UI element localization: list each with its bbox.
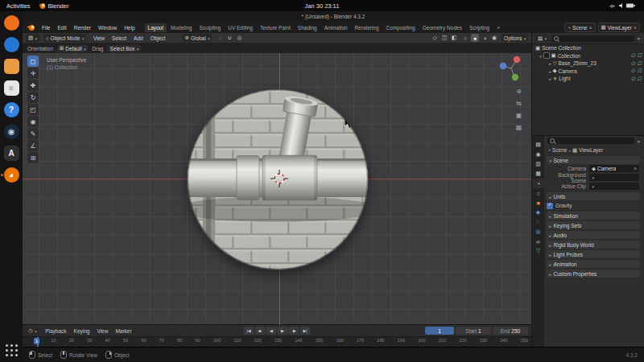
orientation-setting-dropdown[interactable]: ⊞Default [57, 45, 89, 52]
disable-in-render-icon[interactable] [637, 68, 642, 74]
outliner-row-scene-collection[interactable]: Scene Collection [532, 44, 644, 52]
workspace-tab[interactable]: Rendering [352, 23, 382, 32]
show-gizmo-icon[interactable]: ◇ [431, 34, 439, 42]
current-frame-field[interactable]: 1 [425, 327, 454, 335]
menubar-menu-item[interactable]: Render [71, 24, 94, 31]
dock-icon-blender[interactable]: ◕ [3, 167, 20, 183]
editor-type-button[interactable] [26, 34, 39, 42]
menubar-menu-item[interactable]: Window [95, 24, 120, 31]
mode-dropdown[interactable]: Object Mode [43, 34, 86, 42]
properties-tab-particles[interactable]: ∴ [532, 217, 544, 227]
workspace-tab[interactable]: Shading [295, 23, 320, 32]
window-titlebar[interactable]: * (Unsaved) - Blender 4.3.2 [23, 11, 644, 22]
viewlayer-selector[interactable]: ViewLayer [598, 23, 640, 32]
dock-icon-help[interactable]: ? [3, 101, 20, 118]
viewport-menu-item[interactable]: Add [130, 35, 147, 42]
properties-tab-scene[interactable]: ◔ [532, 179, 544, 188]
properties-tab-physics[interactable]: ◎ [532, 227, 544, 237]
options-dropdown[interactable]: Options [502, 34, 528, 42]
tool-rotate[interactable]: ↻ [27, 92, 39, 103]
properties-search-input[interactable] [547, 138, 634, 144]
toggle-ortho-icon[interactable]: ▦ [514, 123, 523, 132]
collection-exclude-checkbox[interactable] [543, 52, 550, 59]
shading-wireframe-icon[interactable]: ○ [461, 34, 469, 42]
zoom-icon[interactable]: ⊕ [514, 87, 523, 96]
pivot-point-icon[interactable]: ◌ [216, 34, 224, 42]
show-applications-button[interactable] [3, 342, 20, 359]
end-frame-field[interactable]: End250 [493, 327, 528, 335]
properties-section-header[interactable]: Keying Sets [547, 221, 640, 229]
camera-view-icon[interactable]: ▣ [514, 111, 523, 120]
tool-move[interactable]: ✚ [27, 80, 39, 91]
breadcrumb-scene[interactable]: Scene [552, 147, 567, 153]
workspace-tab[interactable]: + [493, 23, 503, 32]
properties-section-header[interactable]: Rigid Body World [547, 241, 640, 249]
filter-icon[interactable] [637, 35, 641, 41]
toggle-xray-icon[interactable]: ◧ [450, 34, 458, 42]
expand-icon[interactable] [539, 53, 542, 59]
proportional-editing-icon[interactable]: ◎ [235, 34, 243, 42]
dock-icon-app-a[interactable]: A [3, 145, 20, 162]
workspace-tab[interactable]: Compositing [383, 23, 419, 32]
tool-scale[interactable]: ◰ [27, 104, 39, 115]
clear-icon[interactable] [634, 166, 637, 171]
properties-tab-modifiers[interactable]: ◈ [532, 208, 544, 217]
menubar-menu-item[interactable]: Edit [54, 24, 69, 31]
tool-annotate[interactable]: ✎ [27, 128, 39, 139]
viewport-3d[interactable]: Orientation ⊞Default Drag Select Box [23, 43, 531, 325]
tool-cursor[interactable]: ✛ [27, 68, 39, 79]
disable-in-render-icon[interactable] [637, 76, 642, 82]
properties-filter-icon[interactable] [637, 138, 641, 144]
dock-icon-firefox[interactable] [3, 14, 20, 31]
timeline-menu-item[interactable]: Marker [112, 327, 134, 335]
properties-section-header[interactable]: Animation [547, 260, 640, 268]
expand-icon[interactable] [549, 60, 551, 66]
properties-tab-object[interactable]: ■ [532, 198, 544, 208]
timeline-menu-item[interactable]: View [93, 327, 111, 335]
menubar-menu-item[interactable]: Help [121, 24, 138, 31]
properties-tab-constraints[interactable]: ∞ [532, 237, 544, 246]
system-tray[interactable] [609, 2, 638, 10]
play-reverse-button[interactable]: ◀ [266, 327, 277, 335]
workspace-tab[interactable]: Animation [321, 23, 351, 32]
properties-tab-world[interactable]: ○ [532, 188, 544, 198]
blender-logo-icon[interactable] [27, 24, 35, 31]
dock-icon-steam[interactable]: ◉ [3, 123, 20, 140]
properties-section-header[interactable]: Audio [547, 231, 640, 239]
background-scene-field[interactable] [589, 174, 639, 181]
tool-measure[interactable]: ∠ [27, 140, 39, 151]
workspace-tab[interactable]: Scripting [466, 23, 493, 32]
navigation-gizmo[interactable] [497, 55, 525, 85]
tool-add-cube[interactable]: ⊞ [27, 152, 39, 163]
workspace-tab[interactable]: Texture Paint [257, 23, 294, 32]
menubar-menu-item[interactable]: File [39, 24, 53, 31]
active-clip-field[interactable] [589, 183, 639, 190]
workspace-tab[interactable]: Layout [145, 23, 167, 32]
drag-setting-dropdown[interactable]: Select Box [107, 45, 141, 52]
focused-app-menu[interactable]: Blender [39, 2, 69, 10]
tool-tweak-select[interactable]: ◻ [27, 56, 39, 67]
hide-in-viewport-icon[interactable] [630, 60, 635, 67]
workspace-tab[interactable]: UV Editing [225, 23, 256, 32]
hide-in-viewport-icon[interactable] [630, 52, 635, 59]
hide-in-viewport-icon[interactable] [630, 76, 635, 82]
shading-rendered-icon[interactable]: ◉ [490, 34, 498, 42]
shading-solid-icon[interactable]: ● [471, 34, 479, 42]
play-button[interactable]: ▶ [278, 327, 288, 335]
workspace-tab[interactable]: Modeling [167, 23, 195, 32]
units-section-header[interactable]: Units [547, 192, 640, 200]
disable-in-render-icon[interactable] [637, 60, 642, 67]
properties-section-header[interactable]: Simulation [547, 212, 640, 220]
next-keyframe-button[interactable]: ·▶ [289, 327, 299, 335]
timeline-menu-item[interactable]: Keying [71, 327, 93, 335]
disable-in-render-icon[interactable] [637, 52, 642, 59]
clock[interactable]: Jan 30 23:11 [305, 2, 340, 10]
pan-icon[interactable]: ⇆ [514, 99, 523, 108]
dock-icon-text-editor[interactable]: ≡ [3, 80, 20, 97]
shading-material-icon[interactable]: ◑ [481, 34, 489, 42]
dock-icon-files[interactable] [3, 58, 20, 75]
expand-icon[interactable] [549, 68, 551, 74]
viewport-menu-item[interactable]: Select [109, 35, 130, 42]
properties-tab-view-layer[interactable]: ▦ [532, 169, 544, 179]
outliner-row-light[interactable]: Light [532, 75, 644, 83]
